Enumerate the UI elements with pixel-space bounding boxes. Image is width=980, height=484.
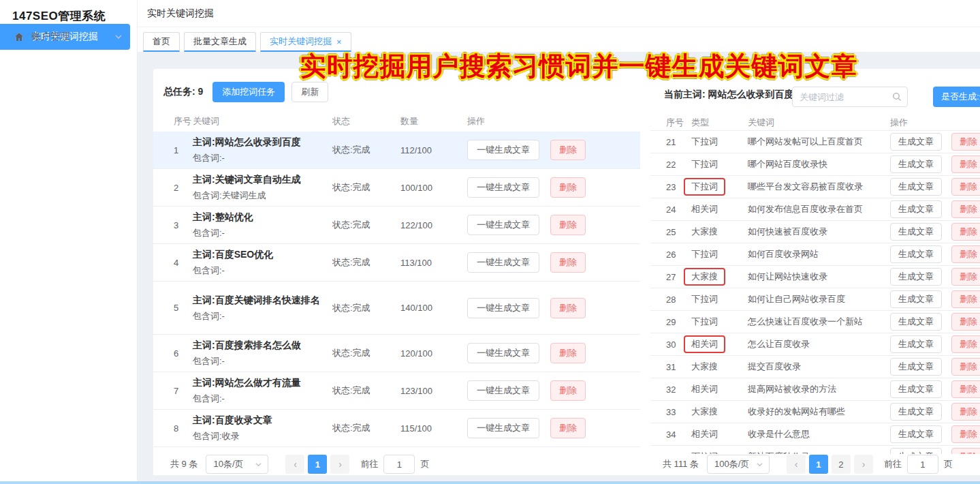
task-main-keyword: 主词:关键词文章自动生成: [193, 172, 326, 187]
task-row: 8 主词:百度收录文章 包含词:收录 状态:完成 115/100 一键生成文章 …: [153, 410, 640, 447]
delete-button[interactable]: 删除: [951, 448, 980, 454]
delete-button[interactable]: 删除: [951, 133, 980, 151]
close-icon[interactable]: ×: [336, 37, 342, 46]
page-unit-label: 页: [944, 458, 953, 470]
col-no: 序号: [174, 115, 193, 127]
generate-article-button[interactable]: 生成文章: [890, 133, 942, 151]
tab[interactable]: 批量文章生成 ×: [184, 32, 256, 52]
task-include-words: 包含词:关键词生成: [193, 188, 332, 202]
refresh-button[interactable]: 刷新: [291, 82, 328, 102]
keyword-row: 33 大家搜 收录好的发帖网站有哪些 生成文章 删除: [650, 401, 980, 423]
delete-button[interactable]: 删除: [550, 140, 586, 160]
total-count: 共 111 条: [663, 458, 699, 470]
goto-page-input[interactable]: [907, 455, 938, 474]
chevron-down-icon: [756, 461, 763, 468]
delete-button[interactable]: 删除: [550, 380, 586, 401]
task-status: 状态:完成: [332, 181, 400, 194]
task-status: 状态:完成: [332, 219, 400, 231]
generate-article-button[interactable]: 一键生成文章: [467, 140, 539, 160]
keyword-row: 26 下拉词 如何百度收录网站 生成文章 删除: [650, 243, 980, 266]
delete-button[interactable]: 删除: [951, 313, 980, 331]
delete-button[interactable]: 删除: [550, 298, 586, 318]
generate-article-button[interactable]: 生成文章: [890, 200, 942, 218]
page-number-button[interactable]: 2: [832, 455, 851, 474]
row-index: 8: [174, 423, 193, 434]
generate-article-button[interactable]: 生成文章: [890, 290, 942, 308]
delete-button[interactable]: 删除: [550, 252, 586, 273]
delete-button[interactable]: 删除: [951, 380, 980, 398]
generate-article-button[interactable]: 生成文章: [890, 403, 942, 421]
sidebar-item[interactable]: 账户管理: [0, 24, 138, 50]
keyword-row: 35 下拉词 新站百度秒收录 生成文章 删除: [650, 446, 980, 454]
keyword-type: 相关词: [691, 382, 718, 397]
goto-page-input[interactable]: [383, 455, 415, 474]
keyword-text: 如何快速被百度收录: [748, 226, 890, 238]
generate-article-button[interactable]: 一键生成文章: [467, 380, 539, 401]
generate-article-button[interactable]: 一键生成文章: [467, 298, 539, 318]
add-task-button[interactable]: 添加挖词任务: [212, 82, 285, 102]
delete-button[interactable]: 删除: [951, 245, 980, 263]
keyword-text: 哪个网站发帖可以上百度首页: [748, 136, 890, 148]
generate-article-button[interactable]: 生成文章: [890, 313, 942, 331]
generate-article-button[interactable]: 生成文章: [890, 268, 942, 286]
delete-button[interactable]: 删除: [951, 425, 980, 443]
delete-button[interactable]: 删除: [550, 418, 586, 438]
generate-article-button[interactable]: 一键生成文章: [467, 418, 539, 438]
next-page-button[interactable]: ›: [854, 455, 873, 474]
total-label: 总任务:: [163, 86, 195, 97]
page-size-select[interactable]: 100条/页: [707, 455, 770, 474]
delete-button[interactable]: 删除: [951, 335, 980, 353]
row-index: 7: [174, 386, 193, 396]
page-number-button[interactable]: 1: [308, 455, 327, 474]
keyword-row: 27 大家搜 如何让网站快速收录 生成文章 删除: [650, 266, 980, 288]
generate-article-button[interactable]: 生成文章: [890, 425, 942, 443]
row-index: 34: [666, 429, 691, 440]
generate-article-button[interactable]: 生成文章: [890, 335, 942, 353]
delete-button[interactable]: 删除: [951, 290, 980, 308]
keyword-text: 怎么快速让百度收录一个新站: [748, 316, 890, 328]
keyword-row: 25 大家搜 如何快速被百度收录 生成文章 删除: [650, 221, 980, 243]
keyword-row: 32 相关词 提高网站被收录的方法 生成文章 删除: [650, 378, 980, 401]
delete-button[interactable]: 删除: [550, 177, 586, 198]
next-page-button[interactable]: ›: [330, 455, 349, 474]
task-status: 状态:完成: [332, 302, 400, 314]
page-number-button[interactable]: 1: [809, 455, 828, 474]
generate-all-button[interactable]: 是否生成:全: [933, 87, 980, 107]
generate-article-button[interactable]: 一键生成文章: [467, 343, 539, 363]
keyword-row: 22 下拉词 哪个网站百度收录快 生成文章 删除: [650, 153, 980, 176]
row-index: 32: [666, 384, 691, 395]
prev-page-button[interactable]: ‹: [285, 455, 304, 474]
delete-button[interactable]: 删除: [951, 155, 980, 173]
generate-article-button[interactable]: 生成文章: [890, 380, 942, 398]
generate-article-button[interactable]: 一键生成文章: [467, 252, 539, 273]
row-index: 3: [174, 220, 193, 230]
sidebar-item-label: 账户管理: [31, 31, 69, 43]
col-ops: 操作: [467, 115, 630, 127]
task-count: 115/100: [400, 423, 467, 434]
keyword-row: 31 大家搜 提交百度收录 生成文章 删除: [650, 356, 980, 378]
generate-article-button[interactable]: 生成文章: [890, 155, 942, 173]
generate-article-button[interactable]: 一键生成文章: [467, 215, 539, 235]
delete-button[interactable]: 删除: [550, 343, 586, 363]
generate-article-button[interactable]: 生成文章: [890, 223, 942, 241]
delete-button[interactable]: 删除: [951, 268, 980, 286]
generate-article-button[interactable]: 生成文章: [890, 245, 942, 263]
delete-button[interactable]: 删除: [951, 358, 980, 376]
delete-button[interactable]: 删除: [951, 223, 980, 241]
generate-article-button[interactable]: 一键生成文章: [467, 177, 539, 198]
tab[interactable]: 首页 ×: [143, 32, 180, 52]
delete-button[interactable]: 删除: [951, 178, 980, 196]
delete-button[interactable]: 删除: [951, 200, 980, 218]
generate-article-button[interactable]: 生成文章: [890, 448, 942, 454]
delete-button[interactable]: 删除: [951, 403, 980, 421]
generate-article-button[interactable]: 生成文章: [890, 178, 942, 196]
generate-article-button[interactable]: 生成文章: [890, 358, 942, 376]
keyword-filter-input[interactable]: [800, 92, 885, 102]
keyword-row: 34 相关词 收录是什么意思 生成文章 删除: [650, 423, 980, 446]
tab[interactable]: 实时关键词挖掘 ×: [260, 32, 351, 52]
delete-button[interactable]: 删除: [550, 215, 586, 235]
goto-label: 前往: [360, 458, 378, 470]
prev-page-button[interactable]: ‹: [787, 455, 806, 474]
page-size-select[interactable]: 10条/页: [206, 455, 268, 474]
task-row: 4 主词:百度SEO优化 包含词:- 状态:完成 113/100 一键生成文章 …: [153, 244, 640, 282]
